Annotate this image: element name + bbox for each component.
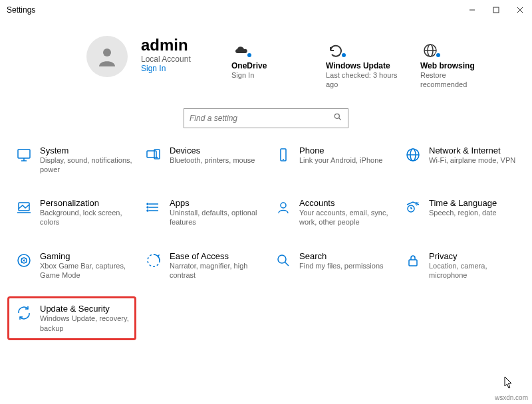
category-search[interactable]: Search Find my files, permissions — [271, 249, 396, 283]
phone-icon — [274, 146, 293, 164]
search-box[interactable] — [184, 108, 348, 128]
watermark: wsxdn.com — [495, 394, 528, 401]
svg-point-4 — [103, 49, 111, 56]
category-sub: Background, lock screen, colors — [40, 208, 134, 227]
user-avatar[interactable] — [86, 36, 128, 77]
search-icon — [274, 251, 293, 270]
windowsupdate-icon — [326, 36, 398, 58]
svg-rect-13 — [147, 151, 156, 157]
account-type: Local Account — [141, 54, 191, 64]
svg-rect-10 — [18, 150, 30, 158]
category-sub: Narrator, magnifier, high contrast — [170, 261, 263, 280]
window-title: Settings — [0, 5, 35, 15]
category-title: Search — [299, 251, 384, 261]
category-update[interactable]: Update & Security Windows Update, recove… — [7, 296, 136, 340]
close-button[interactable] — [508, 0, 532, 20]
category-devices[interactable]: Devices Bluetooth, printers, mouse — [142, 143, 266, 177]
svg-point-15 — [157, 157, 158, 157]
category-sub: Windows Update, recovery, backup — [40, 314, 129, 333]
category-apps[interactable]: Apps Uninstall, defaults, optional featu… — [142, 195, 266, 230]
category-phone[interactable]: Phone Link your Android, iPhone — [271, 143, 396, 177]
category-title: Apps — [170, 198, 263, 208]
status-title: Web browsing — [420, 61, 492, 70]
svg-point-29 — [281, 203, 286, 208]
category-sub: Uninstall, defaults, optional features — [170, 208, 263, 227]
svg-point-28 — [147, 210, 148, 211]
user-name: admin — [141, 36, 191, 54]
category-time[interactable]: 字 Time & Language Speech, region, date — [401, 195, 525, 230]
status-title: Windows Update — [326, 61, 398, 70]
category-sub: Wi-Fi, airplane mode, VPN — [429, 155, 515, 165]
status-sub: Restore recommended — [420, 70, 492, 90]
category-accounts[interactable]: Accounts Your accounts, email, sync, wor… — [271, 195, 396, 230]
category-sub: Link your Android, iPhone — [299, 155, 382, 165]
ease-icon — [144, 251, 163, 270]
category-sub: Bluetooth, printers, mouse — [170, 155, 255, 165]
category-title: Gaming — [40, 251, 134, 261]
mouse-cursor — [504, 376, 513, 389]
status-sub: Last checked: 3 hours ago — [326, 70, 398, 90]
category-privacy[interactable]: Privacy Location, camera, microphone — [401, 249, 525, 283]
time-icon: 字 — [404, 198, 422, 217]
search-input[interactable] — [190, 114, 333, 123]
category-title: Time & Language — [429, 198, 497, 208]
svg-rect-39 — [409, 260, 417, 266]
category-title: Personalization — [40, 198, 134, 208]
category-title: Update & Security — [40, 304, 129, 314]
category-title: Ease of Access — [170, 251, 263, 261]
category-ease[interactable]: Ease of Access Narrator, magnifier, high… — [142, 249, 266, 283]
category-sub: Xbox Game Bar, captures, Game Mode — [40, 261, 134, 280]
category-sub: Your accounts, email, sync, work, other … — [299, 208, 393, 227]
category-sub: Location, camera, microphone — [429, 261, 523, 280]
webbrowsing-icon — [420, 36, 492, 58]
maximize-button[interactable] — [484, 0, 508, 20]
status-windowsupdate[interactable]: Windows Update Last checked: 3 hours ago — [326, 36, 398, 90]
svg-point-37 — [278, 255, 286, 263]
svg-line-9 — [338, 118, 340, 120]
network-icon — [404, 146, 422, 164]
category-title: Privacy — [429, 251, 523, 261]
category-title: Phone — [299, 146, 382, 155]
category-gaming[interactable]: Gaming Xbox Game Bar, captures, Game Mod… — [12, 249, 136, 283]
signin-link[interactable]: Sign In — [141, 64, 191, 73]
category-title: Devices — [170, 146, 255, 155]
category-title: Accounts — [299, 198, 393, 208]
devices-icon — [144, 146, 163, 164]
category-system[interactable]: System Display, sound, notifications, po… — [12, 143, 136, 177]
status-sub: Sign In — [231, 70, 303, 80]
status-title: OneDrive — [231, 61, 303, 70]
svg-point-27 — [147, 207, 148, 208]
update-icon — [15, 304, 33, 322]
gaming-icon — [15, 251, 33, 270]
search-icon — [333, 112, 342, 124]
privacy-icon — [404, 251, 422, 270]
svg-point-8 — [334, 114, 339, 118]
svg-text:字: 字 — [415, 201, 419, 206]
titlebar: Settings — [0, 0, 532, 20]
svg-rect-1 — [493, 7, 499, 13]
personalization-icon — [15, 198, 33, 217]
status-webbrowsing[interactable]: Web browsing Restore recommended — [420, 36, 492, 90]
accounts-icon — [274, 198, 293, 217]
category-title: System — [40, 146, 134, 155]
category-title: Network & Internet — [429, 146, 515, 155]
category-sub: Find my files, permissions — [299, 261, 384, 270]
category-sub: Speech, region, date — [429, 208, 497, 217]
system-icon — [15, 146, 33, 164]
apps-icon — [144, 198, 163, 217]
onedrive-icon — [231, 36, 303, 58]
svg-line-38 — [285, 262, 289, 266]
svg-point-26 — [147, 203, 148, 205]
minimize-button[interactable] — [460, 0, 484, 20]
category-sub: Display, sound, notifications, power — [40, 155, 134, 175]
category-personalization[interactable]: Personalization Background, lock screen,… — [12, 195, 136, 230]
category-network[interactable]: Network & Internet Wi-Fi, airplane mode,… — [401, 143, 525, 177]
status-onedrive[interactable]: OneDrive Sign In — [231, 36, 303, 90]
